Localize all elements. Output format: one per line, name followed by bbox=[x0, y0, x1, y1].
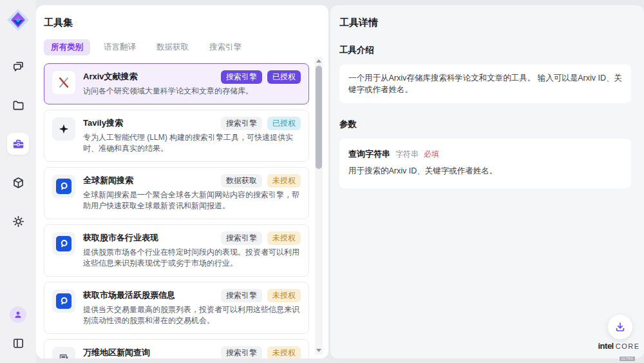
sidebar-item-packages[interactable] bbox=[7, 172, 29, 193]
gear-icon bbox=[12, 215, 25, 228]
tool-card-regional-news[interactable]: 万维地区新闻查询 搜索引擎 未授权 查询具体行政区划内的新闻，快速了解各地新闻动 bbox=[44, 339, 309, 359]
package-icon bbox=[12, 176, 25, 190]
sparkle-star-icon bbox=[52, 117, 75, 141]
sidebar-item-toolbox[interactable] bbox=[7, 133, 29, 155]
tool-card-global-news[interactable]: 全球新闻搜索 数据获取 未授权 全球新闻搜索是一个聚合全球各大新闻网站内容的搜索… bbox=[44, 167, 309, 219]
category-badge: 搜索引擎 bbox=[221, 231, 262, 245]
auth-status-badge: 未授权 bbox=[267, 289, 301, 302]
intro-card: 一个用于从Arxiv存储库搜索科学论文和文章的工具。 输入可以是Arxiv ID… bbox=[339, 64, 631, 103]
category-badge: 数据获取 bbox=[221, 174, 262, 188]
arxiv-logo-icon bbox=[52, 71, 75, 94]
tool-detail-panel: 工具详情 工具介绍 一个用于从Arxiv存储库搜索科学论文和文章的工具。 输入可… bbox=[330, 5, 644, 358]
tool-card-tavily[interactable]: Tavily搜索 搜索引擎 已授权 专为人工智能代理 (LLM) 构建的搜索引擎… bbox=[44, 110, 309, 162]
intel-wordmark: intel bbox=[598, 341, 614, 351]
params-heading: 参数 bbox=[339, 119, 631, 130]
toolbox-icon bbox=[12, 137, 25, 151]
param-description: 用于搜索的Arxiv ID、关键字或作者姓名。 bbox=[348, 165, 622, 177]
user-profile-button[interactable] bbox=[10, 306, 26, 323]
sidebar-bottom bbox=[7, 306, 29, 354]
sidebar-item-files[interactable] bbox=[7, 94, 29, 116]
intel-core-logo: intel core ULTRA bbox=[599, 341, 639, 362]
tool-card-arxiv[interactable]: Arxiv文献搜索 搜索引擎 已授权 访问各个研究领域大量科学论文和文章的存储库… bbox=[44, 63, 309, 104]
sidebar-nav bbox=[7, 55, 29, 232]
tool-name: Arxiv文献搜索 bbox=[83, 70, 138, 83]
tool-description: 提供股票市场各个行业在特定时间段内的表现。投资者可以利用这些信息来识别表现优于或… bbox=[83, 247, 301, 270]
auth-status-badge: 已授权 bbox=[267, 70, 301, 84]
chat-icon bbox=[12, 60, 25, 74]
tab-all-categories[interactable]: 所有类别 bbox=[44, 39, 90, 55]
panel-toggle-icon bbox=[12, 337, 25, 350]
auth-status-badge: 已授权 bbox=[267, 117, 301, 130]
app-sidebar bbox=[0, 0, 36, 363]
intro-heading: 工具介绍 bbox=[339, 44, 631, 56]
scroll-up-arrow-icon[interactable] bbox=[316, 59, 321, 63]
auth-status-badge: 未授权 bbox=[267, 346, 301, 359]
folder-icon bbox=[12, 99, 25, 112]
tool-name: 获取市场最活跃股票信息 bbox=[83, 289, 175, 302]
tab-translation[interactable]: 语言翻译 bbox=[97, 39, 143, 55]
auth-status-badge: 未授权 bbox=[267, 231, 301, 245]
detail-title: 工具详情 bbox=[339, 17, 631, 29]
collapse-panel-button[interactable] bbox=[7, 332, 29, 354]
tool-name: 万维地区新闻查询 bbox=[83, 346, 150, 359]
tab-search-engine[interactable]: 搜索引擎 bbox=[202, 39, 249, 55]
sidebar-item-settings[interactable] bbox=[7, 210, 29, 232]
tool-card-list: Arxiv文献搜索 搜索引擎 已授权 访问各个研究领域大量科学论文和文章的存储库… bbox=[44, 63, 309, 358]
category-badge: 搜索引擎 bbox=[221, 70, 262, 84]
tool-card-most-active-stocks[interactable]: 获取市场最活跃股票信息 搜索引擎 未授权 提供当天交易量最高的股票列表，投资者可… bbox=[44, 282, 309, 334]
tool-name: Tavily搜索 bbox=[83, 117, 123, 130]
search-q-icon bbox=[52, 232, 75, 255]
core-wordmark: core bbox=[616, 342, 640, 350]
category-badge: 搜索引擎 bbox=[221, 117, 262, 130]
scrollbar-thumb[interactable] bbox=[316, 66, 322, 169]
tool-name: 全球新闻搜索 bbox=[83, 174, 133, 187]
scroll-down-arrow-icon[interactable] bbox=[316, 349, 321, 352]
parameter-card: 查询字符串 字符串 必填 用于搜索的Arxiv ID、关键字或作者姓名。 bbox=[339, 139, 631, 188]
newspaper-icon bbox=[52, 347, 75, 359]
tool-card-sector-performance[interactable]: 获取股市各行业表现 搜索引擎 未授权 提供股票市场各个行业在特定时间段内的表现。… bbox=[44, 224, 309, 277]
category-tabs: 所有类别 语言翻译 数据获取 搜索引擎 bbox=[44, 39, 321, 55]
category-badge: 搜索引擎 bbox=[221, 346, 262, 359]
tool-list-panel: 工具集 所有类别 语言翻译 数据获取 搜索引擎 Arxiv文献搜索 搜索引擎 已… bbox=[36, 5, 328, 358]
tool-description: 专为人工智能代理 (LLM) 构建的搜索引擎工具，可快速提供实时、准确和真实的结… bbox=[83, 132, 301, 155]
download-button[interactable] bbox=[608, 315, 632, 339]
page-title: 工具集 bbox=[44, 17, 321, 29]
search-q-icon bbox=[52, 289, 75, 313]
ultra-badge: ULTRA bbox=[620, 357, 636, 361]
tool-description: 提供当天交易量最高的股票列表，投资者可以利用这些信息来识别流动性强的股票和潜在的… bbox=[83, 304, 301, 327]
scrollbar[interactable] bbox=[315, 57, 323, 355]
param-required-flag: 必填 bbox=[424, 148, 439, 160]
param-type: 字符串 bbox=[395, 148, 419, 160]
app-logo-icon bbox=[6, 8, 30, 32]
user-avatar-icon bbox=[10, 306, 26, 323]
search-q-icon bbox=[52, 175, 75, 198]
category-badge: 搜索引擎 bbox=[221, 289, 262, 302]
intro-text: 一个用于从Arxiv存储库搜索科学论文和文章的工具。 输入可以是Arxiv ID… bbox=[348, 74, 622, 94]
tool-description: 全球新闻搜索是一个聚合全球各大新闻网站内容的搜索引擎，帮助用户快速获取全球最新资… bbox=[83, 190, 301, 212]
download-icon bbox=[614, 320, 627, 333]
tab-data-fetch[interactable]: 数据获取 bbox=[149, 39, 196, 55]
tool-description: 访问各个研究领域大量科学论文和文章的存储库。 bbox=[83, 86, 301, 97]
auth-status-badge: 未授权 bbox=[267, 174, 301, 188]
tool-name: 获取股市各行业表现 bbox=[83, 231, 158, 244]
sidebar-item-chat[interactable] bbox=[7, 55, 29, 77]
param-name: 查询字符串 bbox=[348, 148, 390, 160]
